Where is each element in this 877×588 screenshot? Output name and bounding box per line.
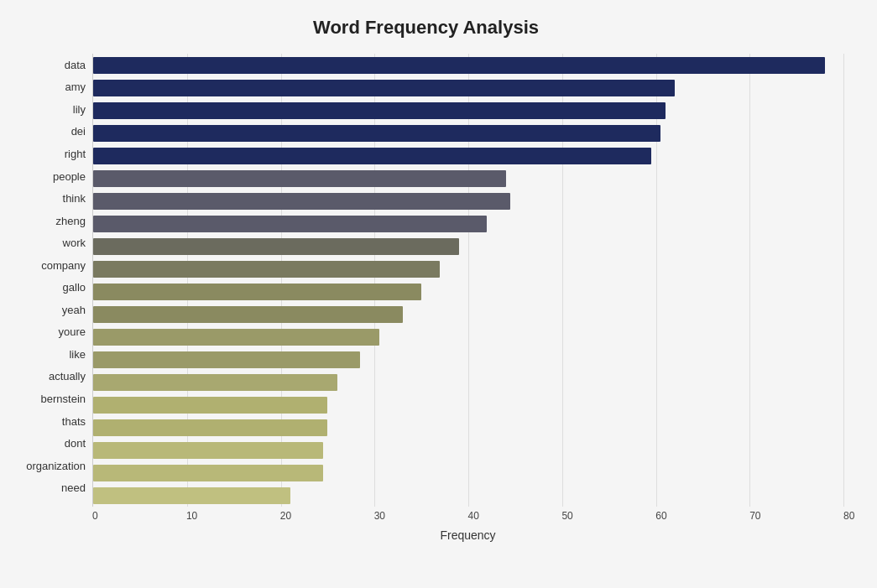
bar [93, 102, 666, 119]
grid-line [843, 54, 844, 507]
bar [93, 374, 337, 391]
bar-row [93, 461, 843, 484]
y-label: right [65, 143, 86, 165]
y-label: people [53, 165, 86, 188]
bar-row [93, 416, 843, 439]
y-label: dont [65, 432, 86, 455]
bar-row [93, 235, 843, 258]
bar-row [93, 212, 843, 235]
bar [93, 419, 327, 436]
bar [93, 397, 327, 414]
bar-row [93, 393, 843, 416]
bar [93, 329, 379, 346]
y-label: organization [26, 455, 86, 477]
y-label: thats [62, 410, 86, 433]
chart-area: dataamylilydeirightpeoplethinkzhengworkc… [8, 54, 843, 524]
bar [93, 284, 421, 300]
bar-row [93, 439, 843, 461]
y-label: data [65, 54, 86, 76]
y-label: like [69, 343, 86, 366]
y-label: gallo [63, 276, 86, 299]
bar [93, 57, 825, 74]
bar-row [93, 190, 843, 212]
bar-row [93, 122, 843, 144]
bar [93, 193, 510, 210]
bar [93, 487, 290, 504]
bar [93, 238, 459, 255]
bar-row [93, 484, 843, 507]
y-label: yeah [62, 299, 86, 321]
y-axis-labels: dataamylilydeirightpeoplethinkzhengworkc… [8, 54, 92, 524]
bar [93, 465, 323, 481]
bar [93, 216, 487, 232]
bar [93, 261, 440, 278]
bar [93, 306, 403, 323]
bar-row [93, 325, 843, 348]
chart-title: Word Frequency Analysis [8, 17, 843, 39]
y-label: lily [73, 98, 86, 121]
bar [93, 125, 660, 142]
y-label: company [41, 254, 86, 277]
bar-row [93, 303, 843, 325]
bar-row [93, 258, 843, 280]
bar [93, 351, 360, 368]
y-label: zheng [56, 210, 86, 232]
y-label: dei [71, 121, 86, 143]
bar-row [93, 99, 843, 122]
y-label: think [63, 187, 86, 210]
bar-row [93, 54, 843, 76]
bar [93, 80, 675, 96]
bars-area [92, 54, 843, 507]
bar-row [93, 144, 843, 167]
bar-row [93, 348, 843, 371]
bars-and-xaxis: 01020304050607080 Frequency [92, 54, 843, 524]
bar [93, 148, 651, 164]
x-axis-label: Frequency [92, 528, 843, 542]
y-label: actually [49, 366, 86, 388]
bar [93, 170, 506, 187]
bar-row [93, 167, 843, 190]
bar-row [93, 76, 843, 99]
y-label: amy [65, 76, 86, 99]
y-label: youre [58, 321, 86, 344]
bar-row [93, 371, 843, 393]
y-label: bernstein [41, 388, 86, 410]
y-label: need [61, 476, 86, 499]
bar [93, 442, 323, 459]
chart-container: Word Frequency Analysis dataamylilydeiri… [0, 0, 877, 588]
y-label: work [63, 232, 86, 254]
bar-row [93, 280, 843, 303]
